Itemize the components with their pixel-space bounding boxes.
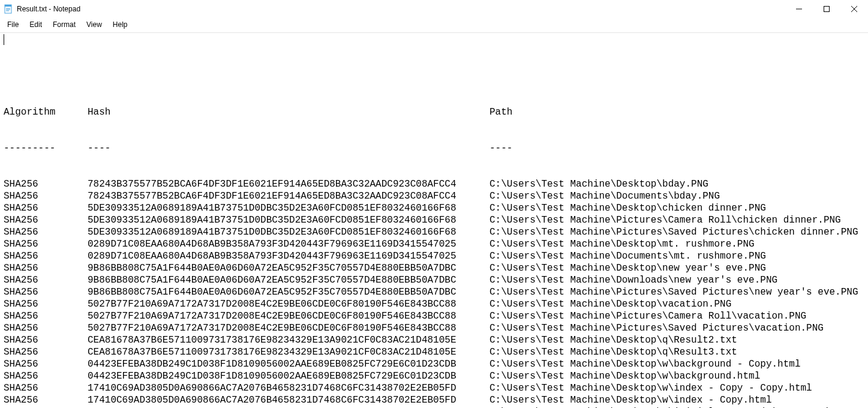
svg-rect-1 [5,5,11,7]
data-row: SHA2560289D71C08EAA680A4D68AB9B358A793F3… [4,238,864,250]
cell-path: C:\Users\Test Machine\Desktop\w\index - … [489,382,864,394]
cell-hash: 78243B375577B52BCA6F4DF3DF1E6021EF914A65… [88,178,489,190]
cell-hash: 5DE30933512A0689189A41B73751D0DBC35D2E3A… [88,214,489,226]
menu-format[interactable]: Format [48,19,80,30]
menu-help[interactable]: Help [108,19,133,30]
cell-hash: 17410C69AD3805D0A690866AC7A2076B4658231D… [88,382,489,394]
cell-hash: 5027B77F210A69A7172A7317D2008E4C2E9BE06C… [88,322,489,334]
cell-algorithm: SHA256 [4,346,88,358]
cell-hash: 5027B77F210A69A7172A7317D2008E4C2E9BE06C… [88,298,489,310]
cell-hash: CEA81678A37B6E5711009731738176E98234329E… [88,346,489,358]
cell-path: C:\Users\Test Machine\Pictures\Saved Pic… [489,286,864,298]
cell-algorithm: SHA256 [4,250,88,262]
divider-row: --------- ---- ---- [4,142,864,154]
cell-hash: 17410C69AD3805D0A690866AC7A2076B4658231D… [88,394,489,406]
cell-algorithm: SHA256 [4,358,88,370]
text-editor[interactable]: Algorithm Hash Path --------- ---- ---- … [0,33,868,408]
data-row: SHA2565DE30933512A0689189A41B73751D0DBC3… [4,202,864,214]
cell-path: C:\Users\Test Machine\Pictures\Saved Pic… [489,226,864,238]
cell-path: C:\Users\Test Machine\Desktop\w\backgrou… [489,370,864,382]
menubar: File Edit Format View Help [0,18,868,33]
cell-algorithm: SHA256 [4,286,88,298]
cell-path: C:\Users\Test Machine\Desktop\mt. rushmo… [489,238,864,250]
divider-path: ---- [489,142,864,154]
cell-algorithm: SHA256 [4,298,88,310]
cell-algorithm: SHA256 [4,370,88,382]
data-row: SHA256CEA81678A37B6E5711009731738176E982… [4,346,864,358]
maximize-button[interactable] [813,0,840,18]
cell-algorithm: SHA256 [4,322,88,334]
data-row: SHA2565DE30933512A0689189A41B73751D0DBC3… [4,226,864,238]
notepad-icon [4,4,13,14]
data-row: SHA2569B86BB808C75A1F644B0AE0A06D60A72EA… [4,274,864,286]
cell-algorithm: SHA256 [4,214,88,226]
titlebar[interactable]: Result.txt - Notepad [0,0,868,18]
data-row: SHA25617410C69AD3805D0A690866AC7A2076B46… [4,394,864,406]
data-row: SHA2569B86BB808C75A1F644B0AE0A06D60A72EA… [4,262,864,274]
menu-edit[interactable]: Edit [25,19,47,30]
data-row: SHA2565027B77F210A69A7172A7317D2008E4C2E… [4,310,864,322]
data-row: SHA2560289D71C08EAA680A4D68AB9B358A793F3… [4,250,864,262]
cell-hash: 5DE30933512A0689189A41B73751D0DBC35D2E3A… [88,202,489,214]
text-caret [4,34,4,45]
cell-algorithm: SHA256 [4,190,88,202]
cell-path: C:\Users\Test Machine\Pictures\Saved Pic… [489,322,864,334]
cell-algorithm: SHA256 [4,382,88,394]
header-row: Algorithm Hash Path [4,106,864,118]
data-row: SHA2565027B77F210A69A7172A7317D2008E4C2E… [4,298,864,310]
divider-hash: ---- [88,142,489,154]
window-controls [785,0,868,18]
cell-hash: 04423EFEBA38DB249C1D038F1D8109056002AAE6… [88,370,489,382]
cell-path: C:\Users\Test Machine\Documents\bday.PNG [489,190,864,202]
header-algorithm: Algorithm [4,106,88,118]
data-row: SHA256CEA81678A37B6E5711009731738176E982… [4,334,864,346]
cell-algorithm: SHA256 [4,262,88,274]
cell-algorithm: SHA256 [4,394,88,406]
header-hash: Hash [88,106,489,118]
cell-path: C:\Users\Test Machine\Desktop\bday.PNG [489,178,864,190]
cell-path: C:\Users\Test Machine\Downloads\new year… [489,274,864,286]
cell-hash: 5DE30933512A0689189A41B73751D0DBC35D2E3A… [88,226,489,238]
menu-view[interactable]: View [82,19,107,30]
data-row: SHA25604423EFEBA38DB249C1D038F1D81090560… [4,358,864,370]
cell-hash: 0289D71C08EAA680A4D68AB9B358A793F3D42044… [88,238,489,250]
data-row: SHA25678243B375577B52BCA6F4DF3DF1E6021EF… [4,190,864,202]
cell-hash: 0289D71C08EAA680A4D68AB9B358A793F3D42044… [88,250,489,262]
cell-hash: 9B86BB808C75A1F644B0AE0A06D60A72EA5C952F… [88,286,489,298]
cell-path: C:\Users\Test Machine\Desktop\w\backgrou… [489,358,864,370]
data-row: SHA25678243B375577B52BCA6F4DF3DF1E6021EF… [4,178,864,190]
cell-path: C:\Users\Test Machine\Desktop\q\Result2.… [489,334,864,346]
data-row: SHA2569B86BB808C75A1F644B0AE0A06D60A72EA… [4,286,864,298]
cell-path: C:\Users\Test Machine\Documents\mt. rush… [489,250,864,262]
cell-hash: CEA81678A37B6E5711009731738176E98234329E… [88,334,489,346]
cell-path: C:\Users\Test Machine\Desktop\new year's… [489,262,864,274]
cell-algorithm: SHA256 [4,334,88,346]
cell-path: C:\Users\Test Machine\Desktop\chicken di… [489,202,864,214]
cell-algorithm: SHA256 [4,238,88,250]
header-path: Path [489,106,864,118]
cell-hash: 9B86BB808C75A1F644B0AE0A06D60A72EA5C952F… [88,262,489,274]
cell-hash: 9B86BB808C75A1F644B0AE0A06D60A72EA5C952F… [88,274,489,286]
cell-hash: 78243B375577B52BCA6F4DF3DF1E6021EF914A65… [88,190,489,202]
cell-algorithm: SHA256 [4,274,88,286]
cell-algorithm: SHA256 [4,178,88,190]
cell-path: C:\Users\Test Machine\Desktop\w\index - … [489,394,864,406]
close-button[interactable] [840,0,868,18]
svg-rect-6 [824,7,830,12]
divider-algorithm: --------- [4,142,88,154]
data-row: SHA25617410C69AD3805D0A690866AC7A2076B46… [4,382,864,394]
data-row: SHA25604423EFEBA38DB249C1D038F1D81090560… [4,370,864,382]
data-row: SHA2565DE30933512A0689189A41B73751D0DBC3… [4,214,864,226]
data-row: SHA2565027B77F210A69A7172A7317D2008E4C2E… [4,322,864,334]
cell-algorithm: SHA256 [4,226,88,238]
minimize-button[interactable] [785,0,813,18]
menu-file[interactable]: File [2,19,23,30]
blank-line [4,70,864,82]
cell-path: C:\Users\Test Machine\Pictures\Camera Ro… [489,214,864,226]
cell-hash: 04423EFEBA38DB249C1D038F1D8109056002AAE6… [88,358,489,370]
cell-hash: 5027B77F210A69A7172A7317D2008E4C2E9BE06C… [88,310,489,322]
window-title: Result.txt - Notepad [17,5,80,13]
cell-path: C:\Users\Test Machine\Pictures\Camera Ro… [489,310,864,322]
cell-path: C:\Users\Test Machine\Desktop\q\Result3.… [489,346,864,358]
cell-path: C:\Users\Test Machine\Desktop\vacation.P… [489,298,864,310]
